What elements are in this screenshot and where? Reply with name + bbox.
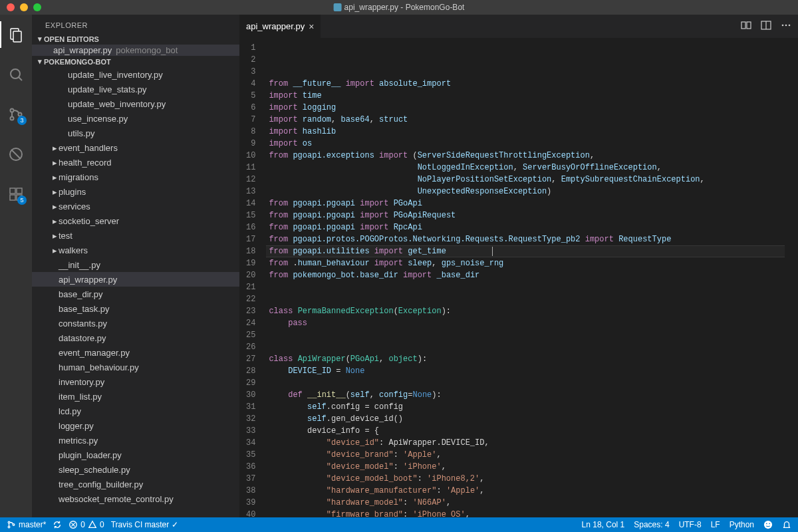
tree-folder[interactable]: ▸event_handlers (32, 140, 239, 155)
tree-file[interactable]: datastore.py (32, 331, 239, 345)
status-feedback[interactable] (763, 520, 773, 529)
tree-file[interactable]: __init__.py (32, 257, 239, 272)
close-icon[interactable]: × (309, 21, 314, 32)
window-title: api_wrapper.py - PokemonGo-Bot (334, 3, 465, 12)
svg-point-18 (785, 25, 787, 27)
tree-file[interactable]: update_live_inventory.py (32, 67, 239, 82)
tree-label: tree_config_builder.py (59, 479, 143, 489)
tree-label: plugin_loader.py (59, 450, 122, 460)
tree-file[interactable]: constants.py (32, 316, 239, 331)
activity-debug[interactable] (0, 141, 32, 168)
tree-folder[interactable]: ▸migrations (32, 170, 239, 184)
tree-file[interactable]: human_behaviour.py (32, 360, 239, 374)
folder-root-header[interactable]: ▾ PokemonGo-Bot (32, 56, 239, 67)
svg-point-4 (11, 109, 14, 112)
tree-file[interactable]: tree_config_builder.py (32, 477, 239, 491)
tree-label: test (59, 231, 72, 241)
svg-point-20 (8, 521, 10, 523)
file-tree[interactable]: update_live_inventory.pyupdate_live_stat… (32, 67, 239, 517)
text-cursor (492, 247, 493, 256)
status-eol[interactable]: LF (711, 520, 720, 529)
status-sync[interactable] (53, 520, 62, 529)
activity-bar: 3 5 (0, 15, 32, 517)
tree-file[interactable]: update_web_inventory.py (32, 96, 239, 111)
status-problems[interactable]: 0 0 (68, 520, 104, 529)
tree-file[interactable]: websocket_remote_control.py (32, 491, 239, 506)
status-cursor[interactable]: Ln 18, Col 1 (582, 520, 625, 529)
chevron-down-icon: ▾ (36, 35, 44, 43)
tree-label: sleep_schedule.py (59, 465, 130, 475)
activity-scm[interactable]: 3 (0, 101, 32, 128)
tree-label: __init__.py (59, 260, 100, 270)
tree-label: human_behaviour.py (59, 362, 139, 372)
open-editors-header[interactable]: ▾ Open Editors (32, 33, 239, 45)
tree-folder[interactable]: ▸health_record (32, 155, 239, 170)
tree-file[interactable]: inventory.py (32, 374, 239, 389)
status-ci[interactable]: Travis CI master ✓ (111, 520, 178, 529)
split-editor-icon[interactable] (761, 20, 771, 33)
tree-file[interactable]: metrics.py (32, 433, 239, 448)
svg-point-26 (764, 521, 772, 529)
scm-badge: 3 (17, 116, 27, 125)
tree-label: health_record (59, 158, 112, 168)
sidebar-title: EXPLORER (32, 15, 239, 33)
tree-label: walkers (59, 245, 88, 255)
more-icon[interactable] (781, 20, 791, 33)
tree-label: update_live_stats.py (68, 84, 147, 94)
status-notifications[interactable] (782, 520, 791, 529)
tree-file[interactable]: lcd.py (32, 404, 239, 418)
tree-file[interactable]: utils.py (32, 126, 239, 140)
tree-file[interactable]: item_list.py (32, 389, 239, 404)
tree-label: use_incense.py (68, 114, 128, 124)
activity-extensions[interactable]: 5 (0, 181, 32, 207)
status-indent[interactable]: Spaces: 4 (634, 520, 669, 529)
tree-label: utils.py (68, 128, 94, 138)
tree-file[interactable]: base_task.py (32, 301, 239, 316)
tree-label: datastore.py (59, 333, 106, 343)
tree-file[interactable]: logger.py (32, 418, 239, 433)
editor-tab[interactable]: api_wrapper.py × (239, 15, 321, 38)
tree-label: event_manager.py (59, 348, 130, 358)
tree-file[interactable]: sleep_schedule.py (32, 462, 239, 477)
status-encoding[interactable]: UTF-8 (679, 520, 702, 529)
tree-file[interactable]: use_incense.py (32, 111, 239, 126)
tree-file[interactable]: event_manager.py (32, 345, 239, 360)
svg-point-28 (769, 523, 770, 524)
window-minimize[interactable] (20, 3, 28, 11)
tree-file[interactable]: base_dir.py (32, 287, 239, 301)
editor-body[interactable]: 1234567891011121314151617181920212223242… (239, 38, 798, 517)
tree-label: lcd.py (59, 406, 81, 416)
activity-search[interactable] (0, 61, 32, 88)
tree-label: plugins (59, 187, 86, 197)
tree-label: event_handlers (59, 143, 118, 153)
tree-folder[interactable]: ▸plugins (32, 184, 239, 199)
status-language[interactable]: Python (730, 520, 754, 529)
tree-folder[interactable]: ▸test (32, 228, 239, 243)
tree-file[interactable]: plugin_loader.py (32, 448, 239, 462)
compare-changes-icon[interactable] (741, 20, 751, 33)
window-maximize[interactable] (33, 3, 41, 11)
svg-line-3 (19, 77, 22, 80)
line-gutter: 1234567891011121314151617181920212223242… (239, 38, 266, 517)
svg-point-27 (766, 523, 767, 524)
tab-label: api_wrapper.py (246, 21, 305, 31)
tree-label: update_web_inventory.py (68, 99, 166, 109)
minimap[interactable] (785, 38, 798, 517)
tree-label: inventory.py (59, 377, 104, 387)
code-content[interactable]: from __future__ import absolute_importim… (266, 38, 785, 517)
chevron-down-icon: ▾ (36, 57, 44, 66)
tree-folder[interactable]: ▸services (32, 199, 239, 213)
tree-label: services (59, 201, 90, 211)
svg-rect-9 (10, 188, 15, 194)
window-close[interactable] (7, 3, 15, 11)
open-editor-item[interactable]: api_wrapper.pypokemongo_bot (32, 45, 239, 56)
explorer-sidebar: EXPLORER ▾ Open Editors api_wrapper.pypo… (32, 15, 239, 517)
activity-explorer[interactable] (0, 21, 32, 48)
svg-line-8 (11, 150, 21, 159)
svg-point-19 (789, 25, 791, 27)
tree-file[interactable]: api_wrapper.py (32, 272, 239, 287)
status-branch[interactable]: master* (7, 520, 46, 529)
tree-file[interactable]: update_live_stats.py (32, 82, 239, 96)
tree-folder[interactable]: ▸walkers (32, 243, 239, 257)
tree-folder[interactable]: ▸socketio_server (32, 213, 239, 228)
